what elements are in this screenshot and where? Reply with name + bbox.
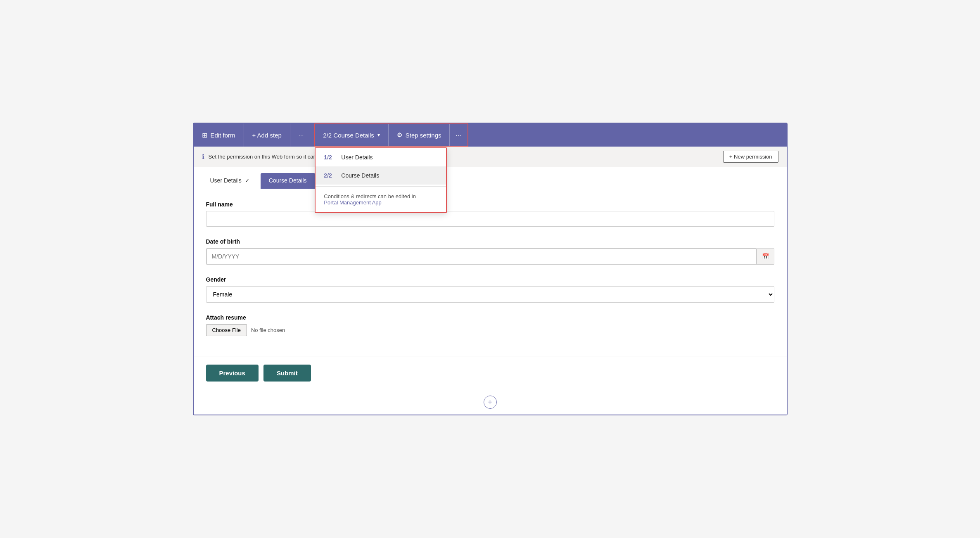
file-row: Choose File No file chosen (206, 324, 774, 336)
previous-button[interactable]: Previous (206, 365, 259, 382)
step1-tab-label: User Details (210, 177, 242, 184)
step2-tab-label: Course Details (269, 177, 307, 184)
info-icon: ℹ (202, 153, 204, 161)
add-step-label: + Add step (252, 132, 282, 139)
step-more-icon: ··· (456, 131, 462, 140)
form-builder-container: ⊞ Edit form + Add step ··· 2/2 Course De… (193, 123, 788, 415)
portal-management-link[interactable]: Portal Management App (324, 199, 381, 206)
toolbar-right: 2/2 Course Details ▾ ⚙ Step settings ···… (312, 123, 468, 147)
dropdown-item-course-details[interactable]: 2/2 Course Details (316, 166, 446, 185)
dropdown-note: Conditions & redirects can be edited in … (316, 188, 446, 212)
new-permission-label: + New permission (729, 154, 772, 160)
toolbar-left: ⊞ Edit form + Add step ··· (194, 123, 313, 147)
form-bottom-bar: Previous Submit (194, 356, 787, 391)
attach-resume-field: Attach resume Choose File No file chosen (206, 314, 774, 336)
add-step-circle-button[interactable]: + (484, 396, 497, 409)
dob-field: Date of birth 📅 (206, 238, 774, 265)
attach-label: Attach resume (206, 314, 774, 321)
gender-select[interactable]: Female Male Other Prefer not to say (206, 286, 774, 303)
tab-user-details[interactable]: User Details ✓ (202, 173, 258, 189)
check-icon: ✓ (245, 177, 250, 184)
edit-form-label: Edit form (211, 132, 235, 139)
step-dropdown-button[interactable]: 2/2 Course Details ▾ (315, 124, 388, 146)
add-step-button[interactable]: + Add step (244, 123, 290, 147)
full-name-input[interactable] (206, 211, 774, 227)
dropdown-note-text: Conditions & redirects can be edited in (324, 193, 416, 199)
choose-file-label: Choose File (212, 327, 241, 333)
full-name-label: Full name (206, 201, 774, 208)
dob-input[interactable] (206, 249, 757, 264)
chevron-down-icon: ▾ (377, 132, 380, 138)
previous-label: Previous (219, 370, 245, 377)
step-dropdown-menu: 1/2 User Details 2/2 Course Details Cond… (315, 147, 447, 213)
choose-file-button[interactable]: Choose File (206, 324, 247, 336)
permission-text: Set the permission on this Web form so i… (209, 154, 719, 160)
new-permission-button[interactable]: + New permission (723, 151, 778, 163)
tab-course-details[interactable]: Course Details (261, 173, 315, 189)
submit-label: Submit (277, 370, 298, 377)
add-step-circle-area: + (194, 391, 787, 415)
gender-label: Gender (206, 276, 774, 283)
gear-icon: ⚙ (397, 131, 402, 139)
step-settings-button[interactable]: ⚙ Step settings (389, 124, 450, 146)
step-tabs: User Details ✓ Course Details (194, 167, 787, 189)
edit-form-button[interactable]: ⊞ Edit form (194, 123, 244, 147)
form-area: Full name Date of birth 📅 Gender Female … (194, 189, 787, 356)
step2-label: Course Details (341, 172, 379, 179)
full-name-field: Full name (206, 201, 774, 227)
toolbar-more-button[interactable]: ··· (290, 123, 313, 147)
edit-form-icon: ⊞ (202, 131, 207, 139)
step2-number: 2/2 (324, 172, 336, 179)
dob-label: Date of birth (206, 238, 774, 245)
dropdown-divider (316, 186, 446, 187)
toolbar-more-icon: ··· (299, 132, 304, 139)
step-dropdown-label: 2/2 Course Details (323, 132, 374, 139)
step1-label: User Details (341, 154, 373, 161)
submit-button[interactable]: Submit (263, 365, 311, 382)
step-more-button[interactable]: ··· (450, 124, 467, 146)
gender-field: Gender Female Male Other Prefer not to s… (206, 276, 774, 303)
dropdown-item-user-details[interactable]: 1/2 User Details (316, 148, 446, 166)
dob-input-wrapper: 📅 (206, 248, 774, 265)
permission-bar: ℹ Set the permission on this Web form so… (194, 147, 787, 167)
no-file-text: No file chosen (251, 327, 285, 333)
step-settings-label: Step settings (406, 132, 441, 139)
step-dropdown-container: 2/2 Course Details ▾ ⚙ Step settings ···… (314, 123, 468, 147)
calendar-icon: 📅 (757, 249, 774, 264)
toolbar: ⊞ Edit form + Add step ··· 2/2 Course De… (194, 123, 787, 147)
step1-number: 1/2 (324, 154, 336, 161)
add-step-circle-icon: + (488, 398, 492, 407)
